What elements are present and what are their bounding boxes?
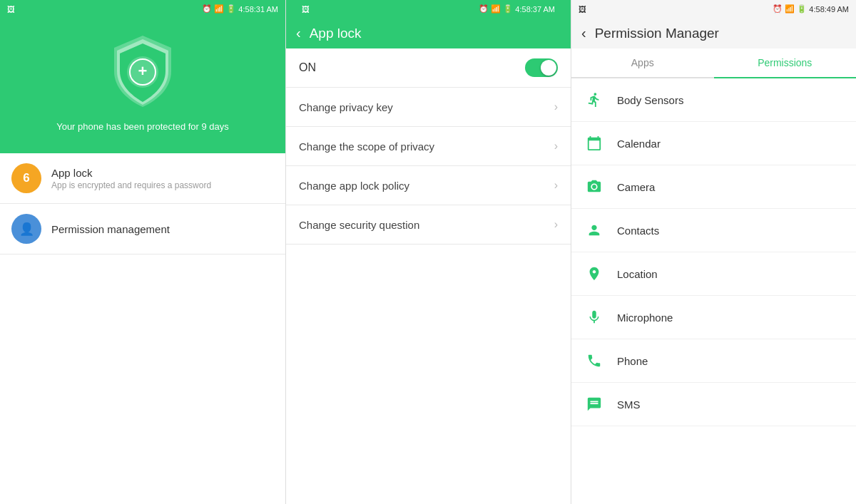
alarm-icon-2: ⏰: [479, 4, 489, 14]
location-label: Location: [617, 268, 658, 280]
body-sensors-label: Body Sensors: [617, 94, 683, 106]
photo-icon: 🖼: [7, 5, 15, 14]
back-button-3[interactable]: ‹: [581, 25, 586, 41]
contacts-label: Contacts: [617, 225, 659, 237]
signal-icon-2: 📶: [491, 4, 501, 14]
chevron-icon-1: ›: [554, 140, 558, 153]
toggle-row: ON: [286, 48, 571, 88]
microphone-label: Microphone: [617, 312, 673, 324]
panel-security: 🖼 ⏰ 📶 🔋 4:58:31 AM + Your phone has been…: [0, 0, 285, 504]
time-3: 4:58:49 AM: [809, 5, 849, 14]
back-button-2[interactable]: ‹: [296, 25, 301, 41]
signal-icon: 📶: [214, 4, 224, 14]
svg-text:+: +: [138, 62, 148, 80]
permission-sms[interactable]: SMS: [571, 383, 856, 426]
chevron-icon-3: ›: [554, 218, 558, 231]
status-left-2: 🖼: [302, 5, 310, 14]
panel-permissions: 🖼 ⏰ 📶 🔋 4:58:49 AM ‹ Permission Manager …: [571, 0, 856, 504]
location-icon: [583, 262, 606, 285]
permission-list: Body Sensors Calendar Camera Contacts Lo…: [571, 78, 856, 504]
shield-container: +: [103, 32, 182, 110]
change-privacy-key-label: Change privacy key: [299, 101, 393, 113]
app-lock-item[interactable]: 6 App lock App is encrypted and requires…: [0, 153, 285, 204]
chevron-icon-0: ›: [554, 101, 558, 113]
time-1: 4:58:31 AM: [238, 5, 278, 14]
main-list: 6 App lock App is encrypted and requires…: [0, 153, 285, 504]
permission-microphone[interactable]: Microphone: [571, 296, 856, 339]
change-privacy-key-item[interactable]: Change privacy key ›: [286, 88, 571, 127]
alarm-icon-3: ⏰: [773, 4, 783, 14]
sms-icon: [583, 393, 606, 416]
toggle-label: ON: [299, 61, 316, 74]
permission-body-sensors[interactable]: Body Sensors: [571, 78, 856, 122]
panel3-title: Permission Manager: [595, 26, 719, 41]
tab-permissions[interactable]: Permissions: [714, 48, 857, 78]
battery-icon: 🔋: [226, 4, 236, 14]
chevron-icon-2: ›: [554, 179, 558, 192]
change-security-question-item[interactable]: Change security question ›: [286, 205, 571, 245]
permission-title: Permission management: [51, 223, 170, 235]
panel2-titlebar: ‹ App lock: [286, 18, 571, 48]
status-right-1: ⏰ 📶 🔋 4:58:31 AM: [202, 4, 278, 14]
panel2-statusbar: 🖼 ⏰ 📶 🔋 4:58:37 AM: [286, 0, 571, 18]
app-lock-text: App lock App is encrypted and requires a…: [51, 167, 211, 190]
app-lock-sub: App is encrypted and requires a password: [51, 180, 211, 190]
change-lock-policy-label: Change app lock policy: [299, 180, 409, 192]
permission-camera[interactable]: Camera: [571, 165, 856, 209]
time-2: 4:58:37 AM: [515, 5, 555, 14]
panel-applock: 🖼 ⏰ 📶 🔋 4:58:37 AM ‹ App lock ON Change …: [285, 0, 571, 504]
protection-text: Your phone has been protected for 9 days: [56, 121, 229, 132]
status-right-2: ⏰ 📶 🔋 4:58:37 AM: [479, 4, 555, 14]
change-security-question-label: Change security question: [299, 219, 419, 231]
tabs-row: Apps Permissions: [571, 48, 856, 78]
settings-menu: Change privacy key › Change the scope of…: [286, 88, 571, 504]
status-left-1: 🖼: [7, 5, 15, 14]
permission-icon: 👤: [11, 214, 41, 244]
on-off-toggle[interactable]: [525, 58, 558, 77]
panel3-header: 🖼 ⏰ 📶 🔋 4:58:49 AM ‹ Permission Manager …: [571, 0, 856, 78]
phone-label: Phone: [617, 355, 648, 367]
battery-icon-2: 🔋: [503, 4, 513, 14]
permission-location[interactable]: Location: [571, 252, 856, 296]
permission-calendar[interactable]: Calendar: [571, 122, 856, 165]
status-bar-3: 🖼 ⏰ 📶 🔋 4:58:49 AM: [571, 0, 856, 18]
body-sensors-icon: [583, 88, 606, 111]
change-scope-label: Change the scope of privacy: [299, 140, 434, 153]
panel2-title: App lock: [310, 26, 362, 41]
battery-icon-3: 🔋: [797, 4, 807, 14]
calendar-label: Calendar: [617, 138, 661, 150]
phone-icon: [583, 349, 606, 372]
app-lock-title: App lock: [51, 167, 211, 179]
status-bar-1: 🖼 ⏰ 📶 🔋 4:58:31 AM: [0, 0, 285, 18]
panel1-header: 🖼 ⏰ 📶 🔋 4:58:31 AM + Your phone has been…: [0, 0, 285, 153]
camera-label: Camera: [617, 181, 655, 193]
panel3-titlebar: ‹ Permission Manager: [571, 18, 856, 48]
shield-icon: +: [103, 32, 182, 110]
status-left-3: 🖼: [579, 5, 586, 14]
tab-apps[interactable]: Apps: [571, 48, 714, 77]
permission-phone[interactable]: Phone: [571, 339, 856, 383]
permission-item[interactable]: 👤 Permission management: [0, 204, 285, 254]
calendar-icon: [583, 132, 606, 155]
sms-label: SMS: [617, 398, 641, 411]
microphone-icon: [583, 306, 606, 329]
permission-text: Permission management: [51, 223, 170, 235]
status-bar-2: 🖼 ⏰ 📶 🔋 4:58:37 AM: [295, 0, 562, 18]
signal-icon-3: 📶: [785, 4, 795, 14]
contacts-icon: [583, 219, 606, 242]
photo-icon-2: 🖼: [302, 5, 310, 14]
app-lock-icon: 6: [11, 163, 41, 193]
alarm-icon: ⏰: [202, 4, 212, 14]
change-lock-policy-item[interactable]: Change app lock policy ›: [286, 166, 571, 205]
status-right-3: ⏰ 📶 🔋 4:58:49 AM: [773, 4, 849, 14]
camera-icon: [583, 175, 606, 198]
permission-contacts[interactable]: Contacts: [571, 209, 856, 252]
change-scope-item[interactable]: Change the scope of privacy ›: [286, 127, 571, 166]
photo-icon-3: 🖼: [579, 5, 586, 14]
